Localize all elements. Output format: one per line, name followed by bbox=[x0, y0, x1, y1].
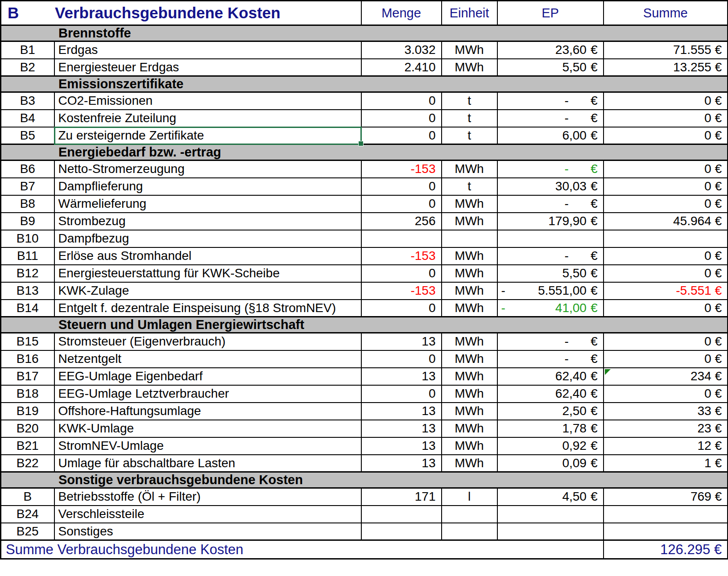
summe-cell[interactable]: 1 € bbox=[604, 455, 728, 472]
menge-cell[interactable]: 2.410 bbox=[361, 59, 442, 76]
summe-cell[interactable]: 71.555 € bbox=[604, 41, 728, 59]
col-header-summe[interactable]: Summe bbox=[604, 1, 728, 25]
summe-cell[interactable]: 0 € bbox=[604, 265, 728, 282]
einheit-cell[interactable]: MWh bbox=[442, 420, 497, 437]
ep-cell[interactable]: 23,60€ bbox=[497, 41, 604, 59]
summe-cell[interactable]: 12 € bbox=[604, 437, 728, 455]
menge-cell[interactable]: 256 bbox=[361, 213, 442, 230]
ep-cell[interactable]: 62,40€ bbox=[497, 385, 604, 403]
row-id-cell[interactable]: B2 bbox=[1, 59, 54, 76]
einheit-cell[interactable]: MWh bbox=[442, 455, 497, 472]
description-cell[interactable]: KWK-Zulage bbox=[54, 282, 361, 300]
row-id-cell[interactable]: B10 bbox=[1, 230, 54, 247]
row-id-cell[interactable]: B bbox=[1, 488, 54, 506]
row-id-cell[interactable]: B22 bbox=[1, 455, 54, 472]
ep-cell[interactable]: -€ bbox=[497, 195, 604, 213]
row-id-cell[interactable]: B13 bbox=[1, 282, 54, 300]
menge-cell[interactable]: 0 bbox=[361, 265, 442, 282]
summe-cell[interactable]: 0 € bbox=[604, 127, 728, 144]
menge-cell[interactable]: 13 bbox=[361, 333, 442, 350]
row-id-cell[interactable]: B4 bbox=[1, 110, 54, 127]
col-header-menge[interactable]: Menge bbox=[361, 1, 442, 25]
summe-cell[interactable] bbox=[604, 523, 728, 540]
ep-cell[interactable]: -€ bbox=[497, 247, 604, 265]
summe-cell[interactable]: 0 € bbox=[604, 300, 728, 317]
summe-cell[interactable]: 0 € bbox=[604, 92, 728, 110]
summe-cell[interactable]: 33 € bbox=[604, 403, 728, 420]
einheit-cell[interactable]: t bbox=[442, 110, 497, 127]
ep-cell[interactable]: 62,40€ bbox=[497, 368, 604, 385]
description-cell[interactable]: Dampflieferung bbox=[54, 178, 361, 195]
menge-cell[interactable]: 0 bbox=[361, 385, 442, 403]
ep-cell[interactable] bbox=[497, 230, 604, 247]
row-id-cell[interactable]: B21 bbox=[1, 437, 54, 455]
summe-cell[interactable]: 23 € bbox=[604, 420, 728, 437]
menge-cell[interactable]: 13 bbox=[361, 437, 442, 455]
einheit-cell[interactable]: MWh bbox=[442, 437, 497, 455]
einheit-cell[interactable]: MWh bbox=[442, 160, 497, 178]
menge-cell[interactable]: 13 bbox=[361, 403, 442, 420]
description-cell[interactable]: EEG-Umlage Letztverbraucher bbox=[54, 385, 361, 403]
menge-cell[interactable]: 0 bbox=[361, 300, 442, 317]
einheit-cell[interactable]: MWh bbox=[442, 403, 497, 420]
summe-cell[interactable]: 0 € bbox=[604, 178, 728, 195]
summe-cell[interactable]: 0 € bbox=[604, 160, 728, 178]
row-id-cell[interactable]: B18 bbox=[1, 385, 54, 403]
row-id-cell[interactable]: B8 bbox=[1, 195, 54, 213]
description-cell[interactable]: Netto-Stromerzeugung bbox=[54, 160, 361, 178]
einheit-cell[interactable]: MWh bbox=[442, 368, 497, 385]
row-id-cell[interactable]: B24 bbox=[1, 506, 54, 523]
einheit-cell[interactable]: MWh bbox=[442, 59, 497, 76]
ep-cell[interactable]: 1,78€ bbox=[497, 420, 604, 437]
ep-cell[interactable]: -5.551,00€ bbox=[497, 282, 604, 300]
menge-cell[interactable]: -153 bbox=[361, 282, 442, 300]
einheit-cell[interactable]: MWh bbox=[442, 282, 497, 300]
ep-cell[interactable]: 0,92€ bbox=[497, 437, 604, 455]
ep-cell[interactable]: 5,50€ bbox=[497, 265, 604, 282]
ep-cell[interactable]: 5,50€ bbox=[497, 59, 604, 76]
section-header-cell[interactable]: Brennstoffe bbox=[1, 25, 728, 41]
footer-label-cell[interactable]: Summe Verbrauchsgebundene Kosten bbox=[1, 540, 604, 559]
section-header-cell[interactable]: Energiebedarf bzw. -ertrag bbox=[1, 144, 728, 160]
einheit-cell[interactable]: MWh bbox=[442, 300, 497, 317]
footer-total-cell[interactable]: 126.295 € bbox=[604, 540, 728, 559]
header-title-cell[interactable]: BVerbrauchsgebundene Kosten bbox=[1, 1, 361, 25]
einheit-cell[interactable]: t bbox=[442, 92, 497, 110]
ep-cell[interactable] bbox=[497, 506, 604, 523]
row-id-cell[interactable]: B9 bbox=[1, 213, 54, 230]
summe-cell[interactable]: 0 € bbox=[604, 247, 728, 265]
row-id-cell[interactable]: B25 bbox=[1, 523, 54, 540]
description-cell[interactable]: Netzentgelt bbox=[54, 350, 361, 368]
row-id-cell[interactable]: B5 bbox=[1, 127, 54, 144]
menge-cell[interactable] bbox=[361, 230, 442, 247]
row-id-cell[interactable]: B11 bbox=[1, 247, 54, 265]
section-header-cell[interactable]: Emissionszertifikate bbox=[1, 76, 728, 92]
description-cell[interactable]: Betriebsstoffe (Öl + Filter) bbox=[54, 488, 361, 506]
ep-cell[interactable]: -€ bbox=[497, 350, 604, 368]
description-cell[interactable]: Verschleissteile bbox=[54, 506, 361, 523]
summe-cell[interactable]: 234 € bbox=[604, 368, 728, 385]
section-header-cell[interactable]: Steuern und Umlagen Energiewirtschaft bbox=[1, 317, 728, 333]
description-cell[interactable]: Offshore-Haftungsumlage bbox=[54, 403, 361, 420]
description-cell[interactable]: KWK-Umlage bbox=[54, 420, 361, 437]
description-cell[interactable]: Energiesteuerstattung für KWK-Scheibe bbox=[54, 265, 361, 282]
menge-cell[interactable]: -153 bbox=[361, 247, 442, 265]
row-id-cell[interactable]: B1 bbox=[1, 41, 54, 59]
description-cell[interactable]: Zu ersteigernde Zertifikate bbox=[54, 127, 361, 144]
section-header-cell[interactable]: Sonstige verbrauchsgebundene Kosten bbox=[1, 472, 728, 488]
summe-cell[interactable] bbox=[604, 506, 728, 523]
row-id-cell[interactable]: B3 bbox=[1, 92, 54, 110]
summe-cell[interactable]: 0 € bbox=[604, 385, 728, 403]
description-cell[interactable]: Strombezug bbox=[54, 213, 361, 230]
row-id-cell[interactable]: B14 bbox=[1, 300, 54, 317]
ep-cell[interactable]: 0,09€ bbox=[497, 455, 604, 472]
summe-cell[interactable]: 45.964 € bbox=[604, 213, 728, 230]
einheit-cell[interactable]: MWh bbox=[442, 41, 497, 59]
einheit-cell[interactable]: t bbox=[442, 127, 497, 144]
einheit-cell[interactable]: MWh bbox=[442, 213, 497, 230]
summe-cell[interactable]: 13.255 € bbox=[604, 59, 728, 76]
summe-cell[interactable]: 0 € bbox=[604, 195, 728, 213]
row-id-cell[interactable]: B12 bbox=[1, 265, 54, 282]
description-cell[interactable]: Energiesteuer Erdgas bbox=[54, 59, 361, 76]
description-cell[interactable]: Stromsteuer (Eigenverbrauch) bbox=[54, 333, 361, 350]
